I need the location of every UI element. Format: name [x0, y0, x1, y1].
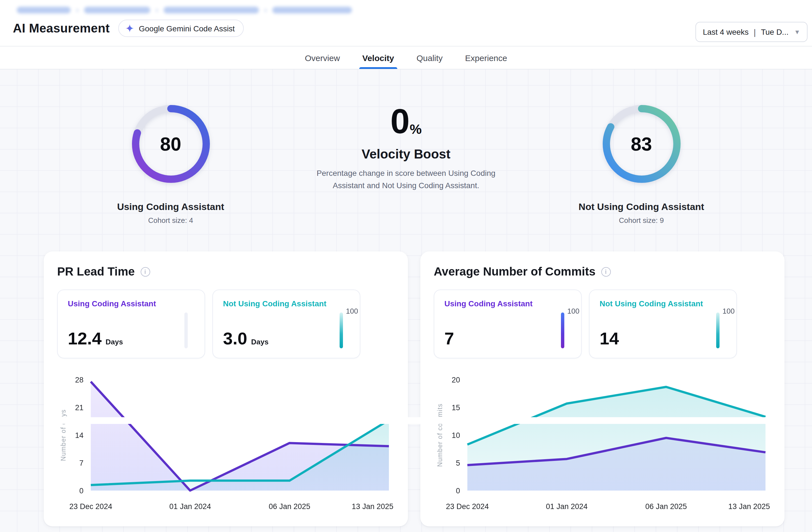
summary-row: 80 Using Coding Assistant Cohort size: 4…	[0, 70, 812, 224]
svg-text:10: 10	[452, 431, 460, 440]
svg-text:01 Jan 2024: 01 Jan 2024	[546, 502, 588, 511]
date-range-select[interactable]: Last 4 weeks | Tue D... ▼	[695, 22, 808, 42]
boost-description: Percentage change in score between Using…	[314, 167, 498, 192]
stat-using-assistant: Using Coding Assistant 7 100	[434, 290, 582, 358]
info-icon[interactable]: i	[601, 267, 611, 276]
stat-value: 12.4	[68, 329, 102, 349]
stat-using-assistant: Using Coding Assistant 12.4 Days	[57, 290, 205, 358]
score-value: 83	[600, 103, 682, 185]
breadcrumb-item-redacted[interactable]	[17, 7, 71, 13]
gauge-not-using-assistant: 83 Not Using Coding Assistant Cohort siz…	[524, 103, 759, 224]
date-range-value: Last 4 weeks	[703, 27, 749, 36]
velocity-panel: 80 Using Coding Assistant Cohort size: 4…	[0, 70, 812, 532]
date-range-divider: |	[754, 27, 756, 37]
svg-text:01 Jan 2024: 01 Jan 2024	[169, 502, 211, 511]
chevron-down-icon: ▼	[794, 29, 800, 35]
breadcrumb-item-redacted[interactable]	[84, 7, 150, 13]
stat-label: Not Using Coding Assistant	[223, 299, 350, 308]
svg-text:7: 7	[79, 459, 84, 467]
card-title: PR Lead Time	[57, 265, 135, 278]
stat-scale-max: 100	[346, 307, 358, 315]
stat-unit: Days	[106, 338, 123, 346]
svg-text:06 Jan 2025: 06 Jan 2025	[645, 502, 687, 511]
boost-number: 0	[390, 104, 410, 139]
page-title: AI Measurement	[13, 21, 110, 35]
svg-text:Number of commits: Number of commits	[436, 403, 444, 467]
breadcrumb-separator: ›	[76, 6, 78, 14]
stat-value: 14	[599, 329, 619, 349]
stat-unit: Days	[251, 338, 269, 346]
pr-lead-time-card: PR Lead Time i Using Coding Assistant 12…	[44, 251, 408, 527]
boost-percent-sign: %	[410, 123, 422, 136]
stat-not-using-assistant: Not Using Coding Assistant 3.0 Days 100	[213, 290, 360, 358]
gauge-label: Using Coding Assistant	[117, 202, 224, 213]
stat-not-using-assistant: Not Using Coding Assistant 14 100	[589, 290, 737, 358]
avg-commits-card: Average Number of Commits i Using Coding…	[420, 251, 785, 527]
stat-mini-bar	[339, 312, 343, 348]
breadcrumb-item-redacted[interactable]	[164, 7, 259, 13]
breadcrumb-separator: ›	[156, 6, 158, 14]
avg-commits-chart: 05101520Number of commits23 Dec 202401 J…	[434, 372, 771, 516]
gauge-using-assistant: 80 Using Coding Assistant Cohort size: 4	[53, 103, 288, 224]
stat-value: 7	[445, 329, 454, 349]
metric-cards-row: PR Lead Time i Using Coding Assistant 12…	[44, 251, 785, 527]
tab-experience[interactable]: Experience	[464, 46, 508, 69]
stat-label: Using Coding Assistant	[68, 299, 194, 308]
svg-text:21: 21	[75, 403, 84, 412]
stat-label: Using Coding Assistant	[445, 299, 571, 308]
cohort-size: Cohort size: 4	[148, 216, 193, 224]
date-range-detail: Tue D...	[761, 27, 789, 36]
page-header: › › › AI Measurement Google Gemini Code …	[0, 0, 812, 46]
pr-lead-time-chart: 07142128Number of days23 Dec 202401 Jan …	[57, 372, 394, 516]
stat-mini-bar	[561, 312, 564, 348]
svg-text:13 Jan 2025: 13 Jan 2025	[352, 502, 393, 511]
next-card-peek	[44, 417, 785, 424]
ai-measurement-dashboard: › › › AI Measurement Google Gemini Code …	[0, 0, 812, 532]
card-title: Average Number of Commits	[434, 265, 595, 278]
breadcrumb[interactable]: › › ›	[0, 0, 812, 14]
stat-scale-max: 100	[567, 307, 579, 315]
boost-title: Velocity Boost	[362, 147, 451, 162]
info-icon[interactable]: i	[140, 267, 150, 276]
tab-overview[interactable]: Overview	[304, 46, 341, 69]
svg-text:14: 14	[75, 431, 84, 440]
svg-text:5: 5	[456, 459, 460, 467]
svg-text:13 Jan 2025: 13 Jan 2025	[728, 502, 770, 511]
svg-text:0: 0	[79, 487, 84, 495]
svg-text:06 Jan 2025: 06 Jan 2025	[269, 502, 310, 511]
breadcrumb-item-redacted[interactable]	[272, 7, 352, 13]
stat-label: Not Using Coding Assistant	[599, 299, 726, 308]
gauge-label: Not Using Coding Assistant	[579, 202, 704, 213]
tab-velocity[interactable]: Velocity	[361, 46, 395, 69]
velocity-boost-block: 0 % Velocity Boost Percentage change in …	[288, 103, 524, 224]
svg-text:0: 0	[456, 487, 460, 495]
stat-scale-max: 100	[723, 307, 735, 315]
cohort-size: Cohort size: 9	[619, 216, 664, 224]
svg-text:20: 20	[452, 376, 460, 384]
score-value: 80	[130, 103, 212, 185]
stat-mini-bar	[716, 312, 720, 348]
stat-value: 3.0	[223, 329, 247, 349]
tab-quality[interactable]: Quality	[415, 46, 444, 69]
svg-text:15: 15	[452, 403, 460, 412]
svg-text:23 Dec 2024: 23 Dec 2024	[446, 502, 489, 511]
svg-text:28: 28	[75, 376, 84, 384]
gemini-sparkle-icon	[125, 24, 134, 33]
section-tabs: Overview Velocity Quality Experience	[0, 46, 812, 70]
stat-mini-bar	[184, 312, 188, 348]
gemini-badge: Google Gemini Code Assist	[118, 19, 244, 37]
boost-value: 0 %	[390, 104, 422, 139]
gemini-badge-label: Google Gemini Code Assist	[139, 24, 235, 33]
breadcrumb-separator: ›	[264, 6, 267, 14]
svg-text:23 Dec 2024: 23 Dec 2024	[69, 502, 112, 511]
